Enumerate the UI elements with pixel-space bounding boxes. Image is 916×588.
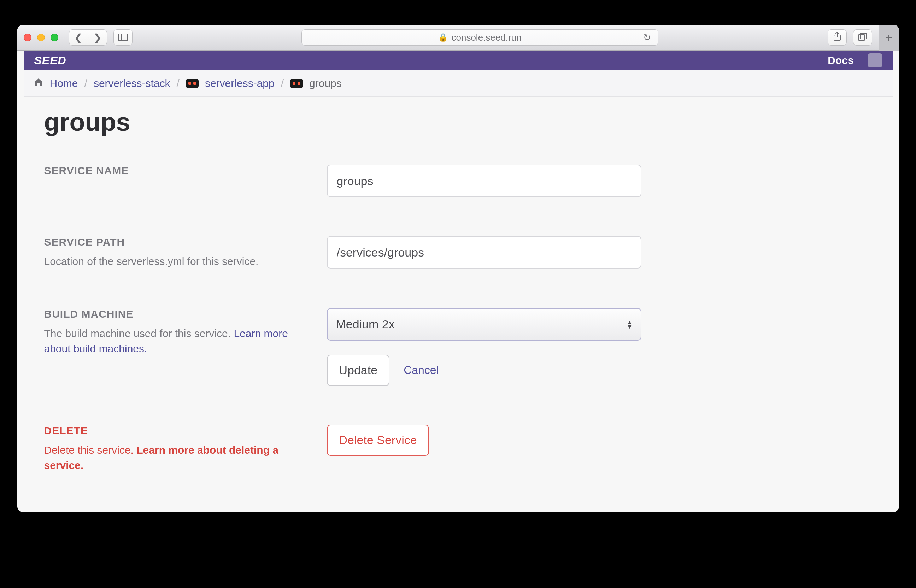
reload-icon[interactable]: ↻ [643, 32, 651, 43]
breadcrumb-current: groups [309, 78, 342, 89]
plus-icon: + [885, 31, 892, 45]
share-icon [833, 32, 841, 44]
window-controls [24, 34, 58, 41]
service-name-label: SERVICE NAME [44, 165, 299, 177]
build-machine-desc: The build machine used for this service.… [44, 326, 299, 357]
svg-rect-5 [860, 33, 866, 39]
delete-row: DELETE Delete this service. Learn more a… [44, 425, 872, 473]
service-path-input[interactable] [327, 236, 641, 268]
chevron-left-icon: ❮ [74, 32, 82, 44]
cancel-link[interactable]: Cancel [404, 363, 439, 377]
breadcrumb-sep: / [177, 78, 179, 89]
browser-window: ❮ ❯ 🔒 console.seed.run ↻ [17, 25, 899, 512]
minimize-window-button[interactable] [37, 34, 45, 41]
build-machine-row: BUILD MACHINE The build machine used for… [44, 308, 872, 386]
page-content: groups SERVICE NAME SERVICE PATH Locatio… [24, 97, 893, 512]
share-button[interactable] [828, 29, 847, 45]
safari-toolbar: ❮ ❯ 🔒 console.seed.run ↻ [17, 25, 899, 50]
chevron-right-icon: ❯ [93, 32, 102, 44]
delete-desc: Delete this service. Learn more about de… [44, 443, 299, 473]
page-title: groups [44, 107, 872, 146]
toolbar-right: + [828, 25, 893, 50]
lock-icon: 🔒 [438, 33, 448, 42]
back-button[interactable]: ❮ [69, 29, 88, 45]
svg-rect-4 [858, 35, 865, 40]
url-bar[interactable]: 🔒 console.seed.run ↻ [301, 29, 658, 45]
update-button[interactable]: Update [327, 355, 390, 386]
brand-logo[interactable]: SEED [34, 54, 66, 67]
delete-label: DELETE [44, 425, 299, 437]
new-tab-button[interactable]: + [879, 25, 899, 50]
app-header: SEED Docs [24, 50, 893, 70]
delete-desc-text: Delete this service. [44, 444, 137, 456]
service-name-input[interactable] [327, 165, 641, 197]
delete-service-button[interactable]: Delete Service [327, 425, 429, 456]
close-window-button[interactable] [24, 34, 31, 41]
tabs-icon [858, 32, 867, 43]
nav-buttons: ❮ ❯ [69, 29, 107, 45]
breadcrumb: Home / serverless-stack / serverless-app… [24, 70, 893, 97]
service-path-row: SERVICE PATH Location of the serverless.… [44, 236, 872, 269]
sidebar-toggle-button[interactable] [113, 29, 132, 45]
avatar[interactable] [868, 53, 882, 68]
service-path-label: SERVICE PATH [44, 236, 299, 248]
breadcrumb-app[interactable]: serverless-app [205, 78, 275, 89]
breadcrumb-sep: / [84, 78, 87, 89]
svg-rect-0 [118, 34, 128, 40]
forward-button[interactable]: ❯ [88, 29, 107, 45]
breadcrumb-org[interactable]: serverless-stack [94, 78, 170, 89]
service-path-desc: Location of the serverless.yml for this … [44, 254, 299, 269]
docs-link[interactable]: Docs [828, 55, 853, 66]
build-machine-selected: Medium 2x [336, 317, 395, 331]
build-machine-select[interactable]: Medium 2x ▲▼ [327, 308, 641, 341]
breadcrumb-sep: / [281, 78, 284, 89]
service-icon [290, 79, 303, 88]
build-machine-desc-text: The build machine used for this service. [44, 328, 234, 339]
sidebar-icon [118, 32, 128, 43]
build-machine-label: BUILD MACHINE [44, 308, 299, 320]
home-icon [34, 78, 44, 89]
app-icon [186, 79, 199, 88]
url-host: console.seed.run [451, 32, 521, 43]
select-caret-icon: ▲▼ [627, 320, 633, 328]
service-name-row: SERVICE NAME [44, 165, 872, 197]
breadcrumb-home[interactable]: Home [50, 78, 78, 89]
zoom-window-button[interactable] [50, 34, 58, 41]
build-machine-actions: Update Cancel [327, 355, 641, 386]
tabs-button[interactable] [853, 29, 872, 45]
